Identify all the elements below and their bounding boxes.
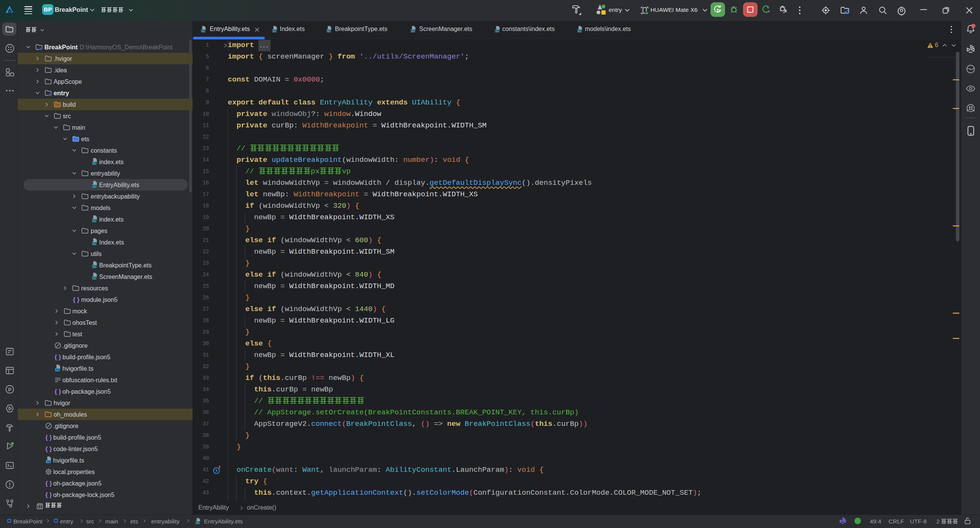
svg-text:P: P [8,387,11,393]
